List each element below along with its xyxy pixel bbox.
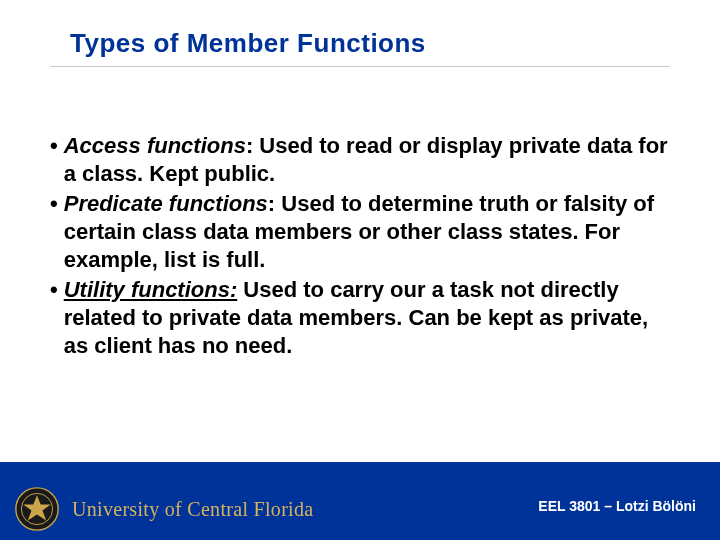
bullet-lead: Predicate functions (64, 191, 268, 216)
bullet-item: • Access functions: Used to read or disp… (50, 132, 670, 188)
university-name: University of Central Florida (72, 498, 313, 521)
bullet-item: • Utility functions: Used to carry our a… (50, 276, 670, 360)
footer-band: University of Central Florida EEL 3801 –… (0, 462, 720, 540)
title-underline (50, 66, 670, 67)
bullet-dot-icon: • (50, 190, 58, 274)
slide: Types of Member Functions • Access funct… (0, 0, 720, 540)
bullet-dot-icon: • (50, 132, 58, 188)
slide-title: Types of Member Functions (70, 28, 426, 59)
bullet-text: Access functions: Used to read or displa… (64, 132, 670, 188)
bullet-item: • Predicate functions: Used to determine… (50, 190, 670, 274)
slide-body: • Access functions: Used to read or disp… (50, 132, 670, 362)
bullet-text: Utility functions: Used to carry our a t… (64, 276, 670, 360)
university-logo: University of Central Florida (14, 486, 313, 532)
bullet-dot-icon: • (50, 276, 58, 360)
ucf-seal-icon (14, 486, 60, 532)
bullet-text: Predicate functions: Used to determine t… (64, 190, 670, 274)
bullet-lead: Utility functions: (64, 277, 238, 302)
bullet-lead: Access functions (64, 133, 246, 158)
course-footer: EEL 3801 – Lotzi Bölöni (538, 498, 696, 514)
